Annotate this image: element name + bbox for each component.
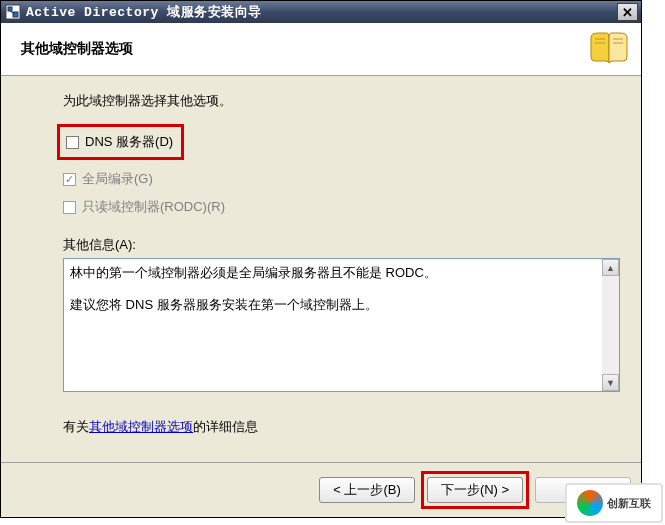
dns-checkbox[interactable]	[66, 136, 79, 149]
svg-rect-1	[8, 7, 12, 11]
next-button[interactable]: 下一步(N) >	[427, 477, 523, 503]
info-scrollbar[interactable]: ▲ ▼	[602, 259, 619, 391]
gc-label: 全局编录(G)	[82, 170, 153, 188]
more-info-suffix: 的详细信息	[193, 419, 258, 434]
more-info-prefix: 有关	[63, 419, 89, 434]
close-icon: ✕	[622, 5, 633, 20]
watermark-logo-icon	[577, 490, 603, 516]
gc-checkbox: ✓	[63, 173, 76, 186]
scroll-up-icon[interactable]: ▲	[602, 259, 619, 276]
book-icon	[589, 29, 629, 69]
app-icon	[5, 4, 21, 20]
content-area: 为此域控制器选择其他选项。 DNS 服务器(D) ✓ 全局编录(G) 只读域控制…	[1, 76, 641, 436]
info-line-1: 林中的第一个域控制器必须是全局编录服务器且不能是 RODC。	[70, 263, 596, 283]
next-button-highlight: 下一步(N) >	[421, 471, 529, 509]
scroll-down-icon[interactable]: ▼	[602, 374, 619, 391]
info-text: 林中的第一个域控制器必须是全局编录服务器且不能是 RODC。 建议您将 DNS …	[64, 259, 602, 391]
button-bar: < 上一步(B) 下一步(N) > 取消	[1, 462, 641, 517]
info-textbox[interactable]: 林中的第一个域控制器必须是全局编录服务器且不能是 RODC。 建议您将 DNS …	[63, 258, 620, 392]
back-button[interactable]: < 上一步(B)	[319, 477, 415, 503]
wizard-window: Active Directory 域服务安装向导 ✕ 其他域控制器选项 为此域控…	[0, 0, 642, 518]
info-line-2: 建议您将 DNS 服务器服务安装在第一个域控制器上。	[70, 295, 596, 315]
gc-option-row: ✓ 全局编录(G)	[63, 168, 607, 190]
watermark: 创新互联	[565, 483, 663, 523]
more-info-text: 有关其他域控制器选项的详细信息	[63, 418, 607, 436]
titlebar: Active Directory 域服务安装向导 ✕	[1, 1, 641, 23]
dns-option-highlight: DNS 服务器(D)	[57, 124, 184, 160]
close-button[interactable]: ✕	[617, 3, 638, 21]
page-title: 其他域控制器选项	[21, 40, 589, 58]
rodc-label: 只读域控制器(RODC)(R)	[82, 198, 225, 216]
wizard-header: 其他域控制器选项	[1, 23, 641, 76]
scroll-track[interactable]	[602, 276, 619, 374]
more-info-link[interactable]: 其他域控制器选项	[89, 419, 193, 434]
prompt-text: 为此域控制器选择其他选项。	[63, 92, 607, 110]
rodc-checkbox	[63, 201, 76, 214]
rodc-option-row: 只读域控制器(RODC)(R)	[63, 196, 607, 218]
dns-label[interactable]: DNS 服务器(D)	[85, 133, 173, 151]
info-label: 其他信息(A):	[63, 236, 607, 254]
window-title: Active Directory 域服务安装向导	[26, 3, 617, 21]
watermark-text: 创新互联	[607, 496, 651, 511]
